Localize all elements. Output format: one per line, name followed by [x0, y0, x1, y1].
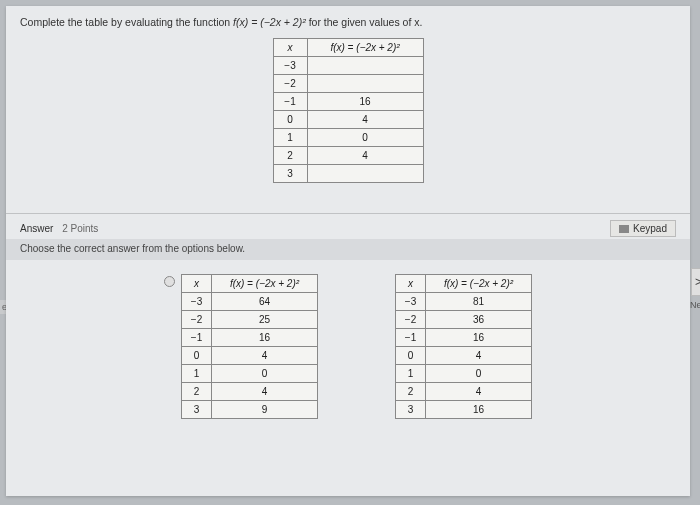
answer-subprompt: Choose the correct answer from the optio… — [6, 239, 690, 260]
cell-fx — [307, 165, 423, 183]
cell-fx: 81 — [426, 293, 532, 311]
prompt-prefix: Complete the table by evaluating the fun… — [20, 16, 233, 28]
table-row: −3 — [273, 57, 423, 75]
opt-header-x: x — [182, 275, 212, 293]
table-row: 10 — [396, 365, 532, 383]
table-row: 10 — [182, 365, 318, 383]
opt-header-x: x — [396, 275, 426, 293]
table-row: −381 — [396, 293, 532, 311]
table-row: −364 — [182, 293, 318, 311]
table-row: −2 — [273, 75, 423, 93]
options-row: x f(x) = (−2x + 2)² −364 −225 −116 04 10… — [6, 274, 690, 429]
opt-header-fx: f(x) = (−2x + 2)² — [426, 275, 532, 293]
cell-fx: 9 — [212, 401, 318, 419]
cell-x: 0 — [273, 111, 307, 129]
option-a[interactable]: x f(x) = (−2x + 2)² −364 −225 −116 04 10… — [164, 274, 318, 419]
option-b[interactable]: x f(x) = (−2x + 2)² −381 −236 −116 04 10… — [378, 274, 532, 419]
cell-x: 2 — [182, 383, 212, 401]
cell-fx: 4 — [426, 383, 532, 401]
answer-label: Answer — [20, 223, 53, 234]
cell-fx: 4 — [212, 347, 318, 365]
keypad-label: Keypad — [633, 223, 667, 234]
table-row: 04 — [182, 347, 318, 365]
cell-fx: 4 — [307, 111, 423, 129]
cell-fx: 16 — [426, 329, 532, 347]
cell-fx: 16 — [426, 401, 532, 419]
question-prompt: Complete the table by evaluating the fun… — [6, 6, 690, 32]
prompt-function: f(x) = (−2x + 2)² — [233, 16, 306, 28]
cell-x: 1 — [396, 365, 426, 383]
keypad-button[interactable]: Keypad — [610, 220, 676, 237]
cell-x: −2 — [182, 311, 212, 329]
main-header-x: x — [273, 39, 307, 57]
table-row: 39 — [182, 401, 318, 419]
cell-fx: 0 — [426, 365, 532, 383]
cell-fx: 4 — [426, 347, 532, 365]
cell-x: 1 — [182, 365, 212, 383]
table-row: −225 — [182, 311, 318, 329]
cell-fx — [307, 75, 423, 93]
cell-x: −2 — [273, 75, 307, 93]
question-panel: Complete the table by evaluating the fun… — [6, 6, 690, 496]
main-table: x f(x) = (−2x + 2)² −3 −2 −116 04 10 24 … — [273, 38, 424, 183]
cell-x: 0 — [396, 347, 426, 365]
cell-x: −2 — [396, 311, 426, 329]
cell-x: 2 — [396, 383, 426, 401]
cell-fx: 25 — [212, 311, 318, 329]
table-row: 24 — [396, 383, 532, 401]
table-row: −116 — [396, 329, 532, 347]
cell-x: 2 — [273, 147, 307, 165]
cell-fx: 0 — [307, 129, 423, 147]
cell-fx: 4 — [307, 147, 423, 165]
cell-x: −3 — [182, 293, 212, 311]
cell-fx: 16 — [307, 93, 423, 111]
cell-fx: 16 — [212, 329, 318, 347]
table-row: 24 — [273, 147, 423, 165]
cell-x: 3 — [273, 165, 307, 183]
table-row: 10 — [273, 129, 423, 147]
keypad-icon — [619, 225, 629, 233]
table-row: 24 — [182, 383, 318, 401]
cell-x: −3 — [273, 57, 307, 75]
next-button[interactable]: > — [691, 268, 700, 296]
option-b-table: x f(x) = (−2x + 2)² −381 −236 −116 04 10… — [395, 274, 532, 419]
table-row: 316 — [396, 401, 532, 419]
cell-fx: 64 — [212, 293, 318, 311]
cell-x: −1 — [273, 93, 307, 111]
cell-fx: 36 — [426, 311, 532, 329]
points-label: 2 Points — [62, 223, 98, 234]
cell-x: 1 — [273, 129, 307, 147]
radio-icon[interactable] — [164, 276, 175, 287]
table-row: −116 — [182, 329, 318, 347]
cell-x: 0 — [182, 347, 212, 365]
table-row: −236 — [396, 311, 532, 329]
prompt-suffix: for the given values of x. — [306, 16, 423, 28]
cell-x: −1 — [396, 329, 426, 347]
cell-x: 3 — [182, 401, 212, 419]
next-label-fragment: Nex — [690, 300, 700, 310]
cell-fx — [307, 57, 423, 75]
table-row: 3 — [273, 165, 423, 183]
cell-x: −3 — [396, 293, 426, 311]
cell-x: 3 — [396, 401, 426, 419]
opt-header-fx: f(x) = (−2x + 2)² — [212, 275, 318, 293]
table-row: −116 — [273, 93, 423, 111]
cell-fx: 4 — [212, 383, 318, 401]
table-row: 04 — [273, 111, 423, 129]
main-header-fx: f(x) = (−2x + 2)² — [307, 39, 423, 57]
table-row: 04 — [396, 347, 532, 365]
cell-fx: 0 — [212, 365, 318, 383]
cell-x: −1 — [182, 329, 212, 347]
answer-bar: Answer 2 Points Keypad — [6, 213, 690, 239]
option-a-table: x f(x) = (−2x + 2)² −364 −225 −116 04 10… — [181, 274, 318, 419]
